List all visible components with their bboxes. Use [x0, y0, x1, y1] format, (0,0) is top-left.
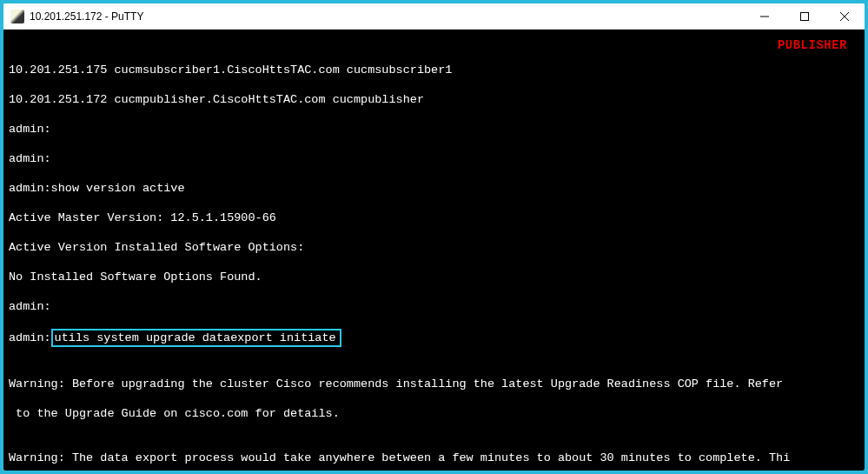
command-highlight: utils system upgrade dataexport initiate — [51, 329, 341, 347]
terminal-line: Active Version Installed Software Option… — [9, 240, 863, 255]
close-button[interactable] — [825, 3, 865, 29]
terminal-line: admin:show version active — [9, 181, 863, 196]
window-title: 10.201.251.172 - PuTTY — [30, 10, 745, 23]
terminal-line: Warning: Before upgrading the cluster Ci… — [9, 377, 863, 391]
minimize-icon — [760, 12, 769, 21]
prompt: admin: — [9, 331, 51, 344]
terminal-line: No Installed Software Options Found. — [9, 270, 863, 284]
terminal-line: Warning: The data export process would t… — [9, 451, 863, 465]
minimize-button[interactable] — [745, 3, 785, 29]
terminal-line: admin: — [9, 151, 863, 166]
terminal-line: admin: — [9, 122, 863, 137]
terminal-line: Active Master Version: 12.5.1.15900-66 — [9, 210, 863, 225]
window-controls — [745, 3, 865, 29]
terminal-line: admin: — [9, 299, 863, 314]
terminal-area[interactable]: PUBLISHER 10.201.251.175 cucmsubscriber1… — [3, 30, 865, 471]
maximize-button[interactable] — [785, 3, 825, 29]
terminal-line: admin:utils system upgrade dataexport in… — [9, 329, 863, 347]
terminal-line: to the Upgrade Guide on cisco.com for de… — [9, 406, 863, 421]
putty-icon — [10, 10, 24, 23]
terminal-line: 10.201.251.172 cucmpublisher.CiscoHttsTA… — [9, 92, 863, 107]
titlebar[interactable]: 10.201.251.172 - PuTTY — [3, 3, 865, 30]
svg-rect-1 — [801, 12, 809, 20]
app-window: 10.201.251.172 - PuTTY PUBLISHER 10.201.… — [3, 3, 865, 471]
close-icon — [840, 12, 849, 21]
maximize-icon — [800, 12, 809, 21]
terminal-line: 10.201.251.175 cucmsubscriber1.CiscoHtts… — [9, 63, 863, 77]
publisher-label: PUBLISHER — [778, 38, 847, 53]
